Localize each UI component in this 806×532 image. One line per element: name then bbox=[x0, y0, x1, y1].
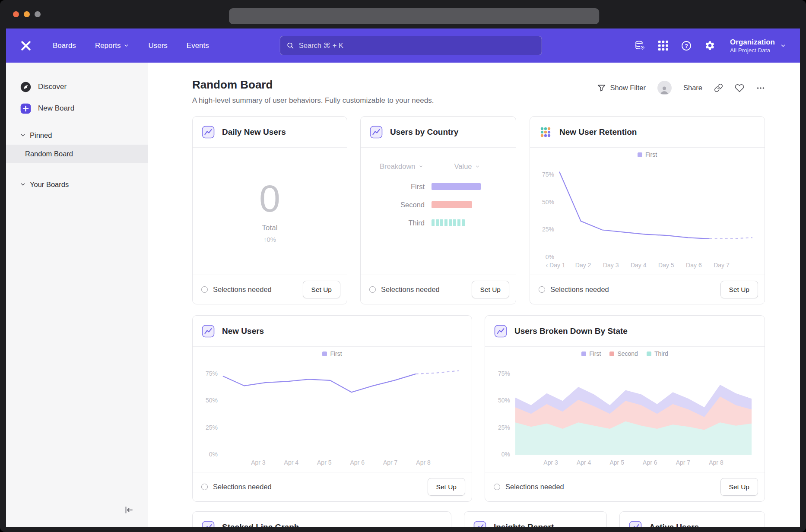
line-chart-icon bbox=[201, 125, 216, 139]
metric-value: 0 bbox=[259, 180, 280, 218]
sidebar-section-pinned[interactable]: Pinned bbox=[6, 127, 148, 144]
card-title: New User Retention bbox=[559, 127, 637, 137]
bar-label: Second bbox=[361, 201, 432, 209]
show-filter-button[interactable]: Show Filter bbox=[597, 83, 646, 92]
sidebar-item-discover[interactable]: Discover bbox=[6, 77, 148, 96]
metric-label: Total bbox=[262, 224, 278, 232]
svg-text:?: ? bbox=[685, 43, 688, 49]
set-up-button[interactable]: Set Up bbox=[428, 478, 465, 496]
bar-label: First bbox=[361, 183, 432, 191]
set-up-button[interactable]: Set Up bbox=[720, 478, 758, 496]
section-label: Your Boards bbox=[30, 180, 69, 189]
settings-gear-icon[interactable] bbox=[704, 40, 715, 51]
window-titlebar bbox=[0, 0, 806, 28]
set-up-button[interactable]: Set Up bbox=[720, 281, 758, 298]
collapse-sidebar-button[interactable] bbox=[123, 504, 134, 516]
bar-row: Second bbox=[361, 196, 516, 214]
sidebar: Discover New Board Pinned Random Board Y… bbox=[6, 63, 148, 527]
card-title: New Users bbox=[222, 326, 264, 336]
card-footer: Selections needed Set Up bbox=[193, 275, 347, 304]
card-title: Stacked Line Graph bbox=[222, 522, 299, 527]
selection-status-icon bbox=[539, 286, 545, 293]
project-data-label: All Project Data bbox=[730, 47, 775, 54]
card-daily-new-users: Daily New Users 0 Total ↑0% Selections n… bbox=[192, 116, 347, 304]
set-up-button[interactable]: Set Up bbox=[303, 281, 340, 298]
breakdown-dropdown[interactable]: Breakdown bbox=[380, 162, 423, 171]
bar-third[interactable] bbox=[432, 219, 465, 226]
sidebar-section-your-boards[interactable]: Your Boards bbox=[6, 176, 148, 193]
mixpanel-logo-icon[interactable] bbox=[20, 39, 33, 52]
selection-status-icon bbox=[201, 286, 208, 293]
browser-address-bar[interactable] bbox=[229, 8, 599, 24]
search-input[interactable] bbox=[299, 41, 536, 50]
global-search[interactable] bbox=[280, 36, 542, 55]
filter-funnel-icon bbox=[597, 83, 606, 92]
value-dropdown[interactable]: Value bbox=[454, 162, 480, 171]
organization-switcher[interactable]: Organization All Project Data bbox=[730, 38, 786, 53]
plus-icon bbox=[20, 103, 32, 114]
users-by-state-chart: FirstSecondThird75%50%25%0%Apr 3Apr 4Apr… bbox=[492, 350, 758, 469]
card-title: Users by Country bbox=[390, 127, 458, 137]
line-chart-icon bbox=[493, 324, 508, 339]
card-footer: Selections needed Set Up bbox=[530, 275, 765, 304]
sidebar-item-new-board[interactable]: New Board bbox=[6, 99, 148, 118]
sidebar-item-label: New Board bbox=[38, 104, 74, 113]
apps-grid-icon[interactable] bbox=[657, 40, 669, 51]
help-icon[interactable]: ? bbox=[681, 40, 692, 51]
copy-link-button[interactable] bbox=[714, 83, 723, 92]
collapse-left-icon bbox=[124, 505, 134, 515]
board-subtitle: A high-level summary of user behaviors. … bbox=[192, 96, 434, 105]
heart-icon bbox=[735, 83, 744, 93]
board-owner-avatar[interactable] bbox=[657, 81, 672, 95]
nav-item-reports[interactable]: Reports bbox=[95, 41, 130, 50]
card-active-users: Active Users bbox=[619, 511, 765, 527]
card-footer: Selections needed Set Up bbox=[485, 472, 765, 501]
bar-label: Third bbox=[361, 219, 432, 227]
card-footer: Selections needed Set Up bbox=[193, 472, 472, 501]
bar-second[interactable] bbox=[432, 201, 472, 208]
retention-grid-icon bbox=[538, 125, 553, 139]
organization-name: Organization bbox=[730, 38, 775, 47]
card-title: Users Broken Down By State bbox=[514, 326, 628, 336]
metric-delta: ↑0% bbox=[263, 236, 276, 243]
retention-chart: First75%50%25%0%‹ Day 1Day 2Day 3Day 4Da… bbox=[536, 151, 758, 271]
favorite-button[interactable] bbox=[735, 83, 744, 93]
close-window-button[interactable] bbox=[13, 11, 19, 17]
line-chart-icon bbox=[201, 324, 216, 339]
data-management-icon[interactable] bbox=[634, 40, 645, 51]
line-chart-icon bbox=[369, 125, 384, 139]
card-users-by-state: Users Broken Down By State FirstSecondTh… bbox=[485, 315, 765, 502]
more-options-button[interactable] bbox=[756, 83, 765, 93]
sidebar-item-random-board[interactable]: Random Board bbox=[6, 145, 148, 163]
share-button[interactable]: Share bbox=[683, 84, 702, 92]
selection-status-icon bbox=[369, 286, 376, 293]
board-title: Random Board bbox=[192, 78, 273, 92]
bar-first[interactable] bbox=[432, 183, 481, 190]
card-title: Active Users bbox=[649, 522, 699, 527]
card-insights-report: Insights Report bbox=[464, 511, 607, 527]
selections-needed-label: Selections needed bbox=[213, 285, 298, 294]
card-new-user-retention: New User Retention First75%50%25%0%‹ Day… bbox=[530, 116, 765, 304]
nav-item-events[interactable]: Events bbox=[187, 41, 209, 50]
nav-item-boards[interactable]: Boards bbox=[53, 41, 76, 50]
new-users-chart: First75%50%25%0%Apr 3Apr 4Apr 5Apr 6Apr … bbox=[200, 350, 465, 469]
bar-row: Third bbox=[361, 214, 516, 232]
set-up-button[interactable]: Set Up bbox=[472, 281, 509, 298]
link-icon bbox=[714, 83, 723, 92]
nav-item-users[interactable]: Users bbox=[148, 41, 167, 50]
minimize-window-button[interactable] bbox=[24, 11, 30, 17]
sidebar-item-label: Discover bbox=[38, 82, 67, 91]
chevron-down-icon bbox=[20, 132, 26, 138]
chevron-down-icon bbox=[124, 43, 129, 48]
line-chart-icon bbox=[473, 520, 487, 527]
selections-needed-label: Selections needed bbox=[381, 285, 466, 294]
compass-icon bbox=[20, 81, 32, 93]
zoom-window-button[interactable] bbox=[35, 11, 41, 17]
selections-needed-label: Selections needed bbox=[550, 285, 715, 294]
board-canvas: Random Board A high-level summary of use… bbox=[148, 63, 800, 527]
chevron-down-icon bbox=[419, 164, 423, 169]
person-icon bbox=[659, 85, 670, 95]
ellipsis-icon bbox=[756, 83, 765, 93]
section-label: Pinned bbox=[30, 131, 52, 139]
selection-status-icon bbox=[201, 484, 208, 490]
